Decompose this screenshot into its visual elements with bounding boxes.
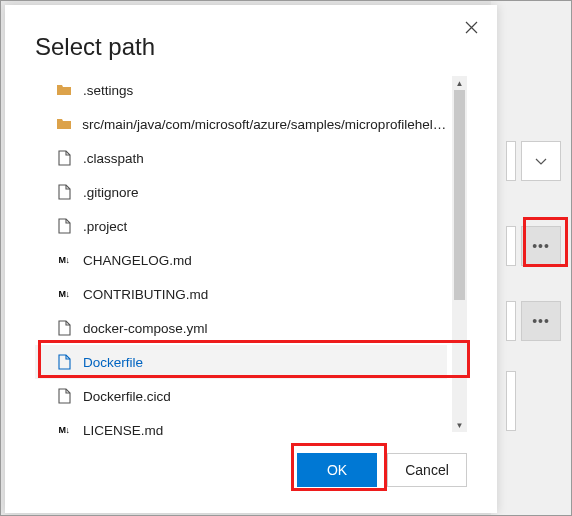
md-icon: M↓ [55, 285, 73, 303]
file-item[interactable]: .classpath [35, 141, 447, 175]
file-item[interactable]: docker-compose.yml [35, 311, 447, 345]
file-item-label: .gitignore [83, 185, 139, 200]
folder-icon [55, 115, 72, 133]
file-item[interactable]: src/main/java/com/microsoft/azure/sample… [35, 107, 447, 141]
ellipsis-icon: ••• [532, 313, 550, 329]
file-icon [55, 387, 73, 405]
file-icon [55, 353, 73, 371]
file-item[interactable]: Dockerfile [35, 345, 447, 379]
file-tree-area: .settingssrc/main/java/com/microsoft/azu… [35, 73, 467, 435]
background-more-button[interactable]: ••• [521, 226, 561, 266]
file-item-label: CONTRIBUTING.md [83, 287, 208, 302]
scroll-thumb[interactable] [454, 90, 465, 300]
scroll-down-icon[interactable]: ▼ [452, 418, 467, 432]
file-icon [55, 217, 73, 235]
md-icon: M↓ [55, 251, 73, 269]
file-item[interactable]: M↓LICENSE.md [35, 413, 447, 435]
folder-icon [55, 81, 73, 99]
scroll-up-icon[interactable]: ▲ [452, 76, 467, 90]
file-list[interactable]: .settingssrc/main/java/com/microsoft/azu… [35, 73, 447, 435]
file-item[interactable]: .settings [35, 73, 447, 107]
close-button[interactable] [459, 15, 483, 39]
chevron-down-icon [535, 155, 547, 167]
file-item-label: CHANGELOG.md [83, 253, 192, 268]
background-panel: ••• ••• [491, 1, 571, 515]
file-item-label: src/main/java/com/microsoft/azure/sample… [82, 117, 447, 132]
dialog-footer: OK Cancel [5, 435, 497, 513]
select-path-dialog: Select path .settingssrc/main/java/com/m… [5, 5, 497, 513]
file-item[interactable]: .project [35, 209, 447, 243]
file-item[interactable]: M↓CHANGELOG.md [35, 243, 447, 277]
ok-button[interactable]: OK [297, 453, 377, 487]
background-field [506, 141, 516, 181]
cancel-button[interactable]: Cancel [387, 453, 467, 487]
background-field [506, 301, 516, 341]
file-item-label: .classpath [83, 151, 144, 166]
background-field [506, 226, 516, 266]
file-item-label: docker-compose.yml [83, 321, 208, 336]
file-icon [55, 319, 73, 337]
close-icon [465, 21, 478, 34]
dialog-header: Select path [5, 5, 497, 73]
scrollbar[interactable]: ▲ ▼ [452, 76, 467, 432]
file-item[interactable]: .gitignore [35, 175, 447, 209]
file-item[interactable]: M↓CONTRIBUTING.md [35, 277, 447, 311]
file-item-label: .settings [83, 83, 133, 98]
file-item-label: Dockerfile.cicd [83, 389, 171, 404]
background-dropdown[interactable] [521, 141, 561, 181]
dialog-title: Select path [35, 33, 467, 61]
file-item[interactable]: Dockerfile.cicd [35, 379, 447, 413]
md-icon: M↓ [55, 421, 73, 435]
background-more-button-2[interactable]: ••• [521, 301, 561, 341]
background-field [506, 371, 516, 431]
file-item-label: Dockerfile [83, 355, 143, 370]
file-icon [55, 183, 73, 201]
ellipsis-icon: ••• [532, 238, 550, 254]
file-item-label: .project [83, 219, 127, 234]
file-item-label: LICENSE.md [83, 423, 163, 436]
file-icon [55, 149, 73, 167]
